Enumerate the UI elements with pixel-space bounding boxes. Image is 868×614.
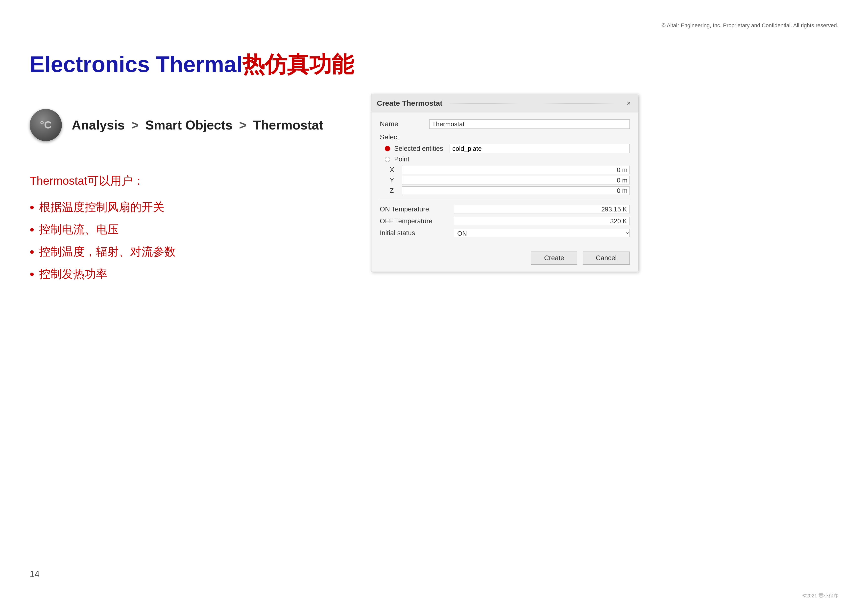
list-item: 控制温度，辐射、对流参数 <box>30 241 176 263</box>
breadcrumb-part2: Smart Objects <box>145 118 232 132</box>
title-prefix: Electronics Thermal <box>30 52 242 77</box>
copyright-notice: © Altair Engineering, Inc. Proprietary a… <box>662 22 838 29</box>
on-temp-input[interactable] <box>454 205 630 213</box>
z-label: Z <box>390 187 402 194</box>
off-temp-label: OFF Temperature <box>380 218 454 225</box>
name-row: Name <box>380 119 630 129</box>
xyz-section: X Y Z <box>380 166 630 195</box>
x-label: X <box>390 166 402 174</box>
icon-area: Analysis > Smart Objects > Thermostat <box>30 109 323 141</box>
thermostat-icon <box>30 109 62 141</box>
point-radio[interactable] <box>385 157 390 162</box>
create-thermostat-dialog: Create Thermostat × Name Select Selected… <box>371 94 639 272</box>
initial-status-row: Initial status ON OFF <box>380 229 630 237</box>
dialog-title: Create Thermostat <box>377 99 442 107</box>
x-row: X <box>390 166 630 174</box>
list-item: 控制发热功率 <box>30 263 176 285</box>
feature-list: 根据温度控制风扇的开关 控制电流、电压 控制温度，辐射、对流参数 控制发热功率 <box>30 196 176 285</box>
close-button[interactable]: × <box>625 99 633 108</box>
divider <box>380 200 630 200</box>
select-section: Select Selected entities Point <box>380 133 630 163</box>
dialog-footer: Create Cancel <box>371 247 638 272</box>
bottom-copyright: ©2021 贡小程序 <box>803 592 838 599</box>
on-temp-label: ON Temperature <box>380 205 454 213</box>
y-input[interactable] <box>402 176 630 185</box>
dialog-dots <box>450 103 617 104</box>
z-input[interactable] <box>402 187 630 195</box>
off-temp-row: OFF Temperature <box>380 217 630 225</box>
breadcrumb-sep2: > <box>239 118 250 132</box>
select-label: Select <box>380 133 630 141</box>
list-item: 控制电流、电压 <box>30 218 176 241</box>
on-temp-row: ON Temperature <box>380 205 630 213</box>
z-row: Z <box>390 187 630 195</box>
y-label: Y <box>390 177 402 184</box>
breadcrumb-part1: Analysis <box>72 118 125 132</box>
breadcrumb-sep1: > <box>131 118 142 132</box>
feature-intro: Thermostat可以用户： <box>30 173 176 189</box>
dialog-body: Name Select Selected entities Point X <box>371 112 638 247</box>
point-label: Point <box>394 155 409 163</box>
point-row: Point <box>380 155 630 163</box>
breadcrumb: Analysis > Smart Objects > Thermostat <box>72 118 323 132</box>
dialog-titlebar: Create Thermostat × <box>371 94 638 112</box>
title-suffix: 热仿真功能 <box>242 52 354 77</box>
page-title: Electronics Thermal热仿真功能 <box>30 50 354 80</box>
page-number: 14 <box>30 569 40 579</box>
breadcrumb-part3: Thermostat <box>253 118 323 132</box>
name-label: Name <box>380 120 429 128</box>
create-button[interactable]: Create <box>531 252 577 265</box>
feature-section: Thermostat可以用户： 根据温度控制风扇的开关 控制电流、电压 控制温度… <box>30 173 176 285</box>
x-input[interactable] <box>402 166 630 174</box>
name-input[interactable] <box>429 119 630 129</box>
off-temp-input[interactable] <box>454 217 630 225</box>
list-item: 根据温度控制风扇的开关 <box>30 196 176 218</box>
selected-entities-label: Selected entities <box>394 145 443 152</box>
initial-status-label: Initial status <box>380 229 454 237</box>
initial-status-select[interactable]: ON OFF <box>454 229 630 237</box>
selected-entities-row: Selected entities <box>380 144 630 153</box>
selected-entities-input[interactable] <box>450 144 630 153</box>
cancel-button[interactable]: Cancel <box>583 252 630 265</box>
y-row: Y <box>390 176 630 185</box>
selected-entities-radio[interactable] <box>385 146 390 151</box>
